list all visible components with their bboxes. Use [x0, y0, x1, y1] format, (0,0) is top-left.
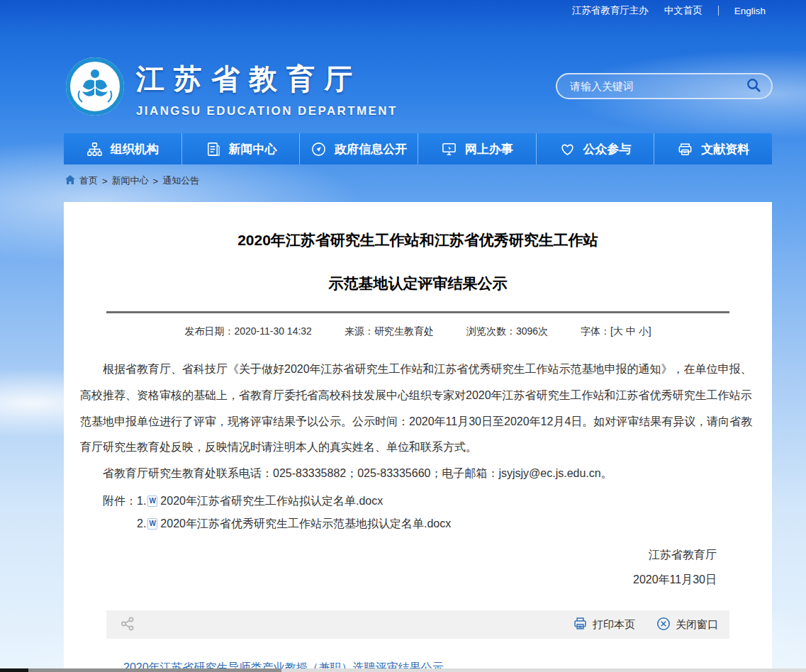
- attachments-label: 附件：: [103, 490, 137, 535]
- topbar-host-link[interactable]: 江苏省教育厅主办: [572, 4, 649, 17]
- search-button[interactable]: [744, 76, 763, 96]
- news-document-icon: [205, 141, 221, 157]
- article-toolbar: 打印本页 关闭窗口: [106, 610, 729, 639]
- print-page-label: 打印本页: [593, 618, 635, 632]
- main-nav: 组织机构 新闻中心 政府信息公开: [64, 133, 772, 164]
- attachment-link-2[interactable]: 2020年江苏省优秀研究生工作站示范基地拟认定名单.docx: [160, 513, 451, 535]
- magnifier-icon: [746, 77, 761, 95]
- article-body: 根据省教育厅、省科技厅《关于做好2020年江苏省研究生工作站和江苏省优秀研究生工…: [64, 338, 772, 535]
- nav-label: 网上办事: [465, 141, 513, 157]
- sitemap-icon: [86, 141, 103, 157]
- attachment-number: 2.: [137, 513, 146, 535]
- view-count: 浏览次数：3096次: [466, 325, 548, 338]
- page: 江苏省教育厅主办 中文首页 English: [0, 0, 806, 672]
- signature-org: 江苏省教育厅: [64, 542, 717, 567]
- paragraph: 根据省教育厅、省科技厅《关于做好2020年江苏省研究生工作站和江苏省优秀研究生工…: [80, 357, 756, 461]
- nav-label: 文献资料: [701, 141, 749, 157]
- printer-icon: [573, 616, 588, 633]
- close-window-button[interactable]: 关闭窗口: [656, 617, 718, 633]
- article-card: 2020年江苏省研究生工作站和江苏省优秀研究生工作站 示范基地认定评审结果公示 …: [64, 202, 772, 668]
- publish-date: 发布日期：2020-11-30 14:32: [184, 325, 312, 338]
- print-page-button[interactable]: 打印本页: [573, 616, 635, 633]
- search-box: [556, 73, 773, 99]
- nav-item-organization[interactable]: 组织机构: [64, 133, 181, 164]
- nav-item-documents[interactable]: 文献资料: [654, 133, 772, 164]
- signature-date: 2020年11月30日: [64, 567, 717, 592]
- online-service-monitor-icon: [441, 141, 457, 157]
- breadcrumb: 首页 > 新闻中心 > 通知公告: [65, 174, 806, 187]
- breadcrumb-separator: >: [153, 176, 159, 186]
- nav-item-news-center[interactable]: 新闻中心: [181, 133, 300, 164]
- site-title-en: JIANGSU EDUCATION DEPARTMENT: [136, 104, 398, 118]
- nav-label: 组织机构: [111, 141, 159, 157]
- heart-icon: [559, 141, 576, 157]
- close-circle-icon: [656, 617, 671, 633]
- topbar-home-link[interactable]: 中文首页: [664, 4, 703, 17]
- archive-printer-icon: [677, 141, 693, 157]
- attachment-link-1[interactable]: 2020年江苏省研究生工作站拟认定名单.docx: [160, 490, 383, 513]
- home-icon: [65, 175, 75, 186]
- site-titles: 江苏省教育厅 JIANGSU EDUCATION DEPARTMENT: [136, 57, 398, 118]
- breadcrumb-home[interactable]: 首页: [79, 174, 98, 187]
- article-source: 来源：研究生教育处: [345, 325, 434, 338]
- breadcrumb-news-center[interactable]: 新闻中心: [112, 174, 149, 187]
- nav-label: 政府信息公开: [335, 141, 407, 157]
- article-title-line1: 2020年江苏省研究生工作站和江苏省优秀研究生工作站: [64, 230, 772, 250]
- article-meta: 发布日期：2020-11-30 14:32 来源：研究生教育处 浏览次数：309…: [64, 325, 772, 338]
- search-input[interactable]: [570, 80, 744, 92]
- article-signature: 江苏省教育厅 2020年11月30日: [64, 542, 772, 592]
- nav-item-online-services[interactable]: 网上办事: [418, 133, 536, 164]
- word-doc-icon: W: [147, 518, 157, 530]
- attachment-item: 1. W 2020年江苏省研究生工作站拟认定名单.docx: [137, 490, 756, 513]
- paragraph-contact: 省教育厅研究生教育处联系电话：025-83335882；025-83335660…: [80, 461, 756, 487]
- attachments: 附件： 1. W 2020年江苏省研究生工作站拟认定名单.docx 2. W 2…: [103, 490, 756, 535]
- logo-area: 江苏省教育厅 JIANGSU EDUCATION DEPARTMENT: [65, 57, 398, 119]
- info-disclosure-icon: [310, 141, 327, 157]
- nav-label: 公众参与: [583, 141, 632, 157]
- font-size-switcher[interactable]: 字体：[大 中 小]: [581, 325, 651, 338]
- breadcrumb-separator: >: [102, 176, 108, 186]
- share-icon[interactable]: [121, 617, 135, 633]
- close-window-label: 关闭窗口: [676, 618, 718, 632]
- topbar: 江苏省教育厅主办 中文首页 English: [0, 0, 806, 21]
- topbar-english-link[interactable]: English: [734, 6, 766, 16]
- nav-item-gov-info-disclosure[interactable]: 政府信息公开: [299, 133, 418, 164]
- attachment-number: 1.: [137, 490, 146, 513]
- topbar-divider: [718, 6, 719, 16]
- site-title-cn: 江苏省教育厅: [136, 60, 398, 99]
- attachment-item: 2. W 2020年江苏省优秀研究生工作站示范基地拟认定名单.docx: [137, 513, 756, 535]
- screen-bottom-edge: [0, 668, 806, 672]
- title-divider: [106, 311, 729, 313]
- article-title-line2: 示范基地认定评审结果公示: [64, 274, 772, 293]
- word-doc-icon: W: [147, 495, 157, 507]
- breadcrumb-notices[interactable]: 通知公告: [162, 174, 199, 187]
- nav-item-public-participation[interactable]: 公众参与: [536, 133, 654, 164]
- jiangsu-education-emblem-icon: [65, 57, 125, 119]
- site-header: 江苏省教育厅 JIANGSU EDUCATION DEPARTMENT: [0, 21, 806, 133]
- nav-label: 新闻中心: [229, 141, 277, 157]
